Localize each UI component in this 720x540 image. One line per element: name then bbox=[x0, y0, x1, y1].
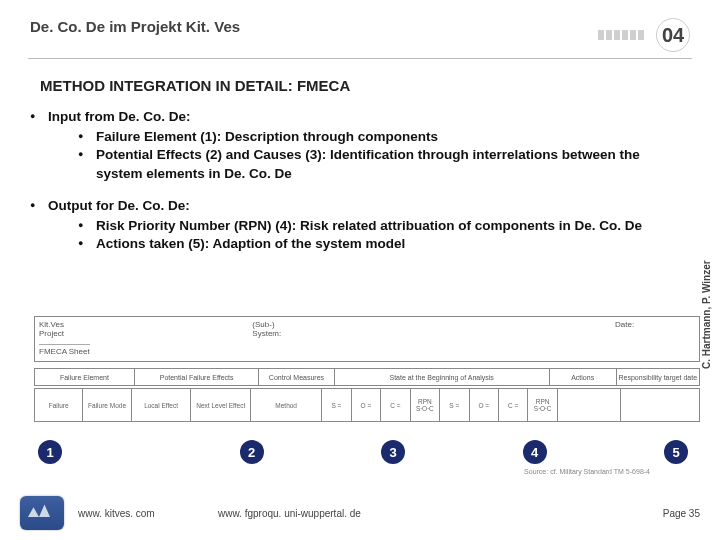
fmeca-header-row: Failure Element Potential Failure Effect… bbox=[34, 368, 700, 386]
sub-col: Method bbox=[251, 389, 322, 421]
sub-col: C = bbox=[499, 389, 528, 421]
page-number: Page 35 bbox=[663, 508, 700, 519]
sub-col bbox=[558, 389, 621, 421]
slide-header: De. Co. De im Projekt Kit. Ves 04 bbox=[0, 0, 720, 58]
fig-label: Date: bbox=[615, 320, 634, 329]
fig-label: System: bbox=[252, 329, 281, 338]
fig-label: (Sub-) bbox=[252, 320, 274, 329]
content-bullets: Input from De. Co. De: Failure Element (… bbox=[0, 108, 720, 254]
col-header: Control Measures bbox=[259, 369, 334, 385]
sub-col bbox=[621, 389, 699, 421]
header-title: De. Co. De im Projekt Kit. Ves bbox=[30, 18, 240, 35]
sub-col: C = bbox=[381, 389, 410, 421]
slide-number: 04 bbox=[656, 18, 690, 52]
bullet-input: Input from De. Co. De: bbox=[48, 109, 191, 124]
sub-col: Local Effect bbox=[132, 389, 192, 421]
section-title: METHOD INTEGRATION IN DETAIL: FMECA bbox=[0, 59, 720, 108]
col-header: Actions bbox=[550, 369, 617, 385]
sub-col: O = bbox=[470, 389, 499, 421]
fmeca-subheader-row: Failure Failure Mode Local Effect Next L… bbox=[34, 388, 700, 422]
footer-url-kitves: www. kitves. com bbox=[78, 508, 218, 519]
bullet-actions: Actions taken (5): Adaption of the syste… bbox=[78, 235, 690, 253]
col-header: Failure Element bbox=[35, 369, 135, 385]
bullet-output: Output for De. Co. De: bbox=[48, 198, 190, 213]
sub-col: S = bbox=[440, 389, 469, 421]
marker-1: 1 bbox=[38, 440, 62, 464]
marker-2: 2 bbox=[240, 440, 264, 464]
bullet-failure-element: Failure Element (1): Description through… bbox=[78, 128, 690, 146]
sub-col: O = bbox=[352, 389, 381, 421]
fig-label: Project bbox=[39, 329, 90, 338]
number-markers: 1 2 3 4 5 bbox=[30, 440, 660, 464]
fig-label: Kit.Ves bbox=[39, 320, 90, 329]
sub-col: S = bbox=[322, 389, 351, 421]
marker-5: 5 bbox=[664, 440, 688, 464]
fmeca-figure-top: Kit.Ves Project FMECA Sheet (Sub-) Syste… bbox=[34, 316, 700, 362]
fmeca-sheet-figure: Kit.Ves Project FMECA Sheet (Sub-) Syste… bbox=[34, 316, 700, 422]
col-header: State at the Beginning of Analysis bbox=[335, 369, 550, 385]
sub-col: RPN S·O·C bbox=[528, 389, 557, 421]
sub-col: Failure bbox=[35, 389, 83, 421]
decorative-bars bbox=[598, 30, 644, 40]
bullet-rpn: Risk Priority Number (RPN) (4): Risk rel… bbox=[78, 217, 690, 235]
col-header: Responsibility target date bbox=[617, 369, 699, 385]
slide-footer: www. kitves. com www. fgproqu. uni-wuppe… bbox=[0, 496, 720, 530]
bullet-potential-effects: Potential Effects (2) and Causes (3): Id… bbox=[78, 146, 690, 182]
col-header: Potential Failure Effects bbox=[135, 369, 260, 385]
header-right: 04 bbox=[598, 18, 690, 52]
marker-3: 3 bbox=[381, 440, 405, 464]
sub-col: Failure Mode bbox=[83, 389, 131, 421]
footer-url-fgproqu: www. fgproqu. uni-wuppertal. de bbox=[218, 508, 361, 519]
fig-label: FMECA Sheet bbox=[39, 344, 90, 356]
kitves-logo bbox=[20, 496, 64, 530]
source-note: Source: cf. Military Standard TM 5-698-4 bbox=[524, 468, 650, 475]
sub-col: RPN S·O·C bbox=[411, 389, 440, 421]
sub-col: Next Level Effect bbox=[191, 389, 251, 421]
side-credit: C. Hartmann, P. Winzer bbox=[698, 140, 714, 490]
marker-4: 4 bbox=[523, 440, 547, 464]
